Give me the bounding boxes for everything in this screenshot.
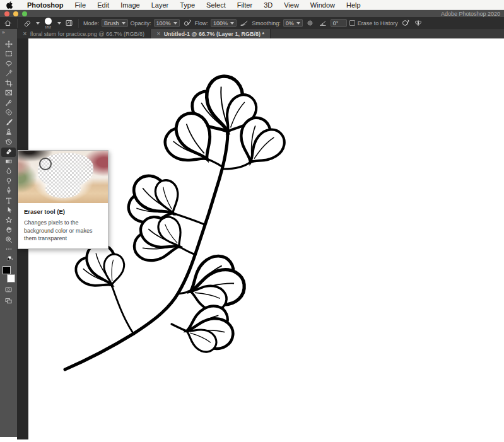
tools-panel bbox=[0, 38, 17, 437]
lasso-tool[interactable] bbox=[1, 59, 16, 69]
zoom-tool[interactable] bbox=[1, 235, 16, 245]
healing-brush-tool[interactable] bbox=[1, 108, 16, 119]
eraser-tool[interactable] bbox=[1, 148, 16, 158]
pressure-size-icon[interactable] bbox=[401, 18, 411, 28]
eraser-cursor-circle bbox=[39, 158, 52, 170]
menu-item-layer[interactable]: Layer bbox=[146, 1, 175, 9]
shape-tool[interactable] bbox=[1, 216, 16, 226]
document-tab-bar: » ✕floral stem for practice.png @ 66.7% … bbox=[0, 29, 504, 38]
brush-angle-icon bbox=[318, 18, 328, 28]
window-title-bar: Adobe Photoshop 2020 bbox=[0, 10, 504, 17]
hand-tool[interactable] bbox=[1, 226, 16, 236]
default-swap-colors[interactable] bbox=[1, 255, 16, 265]
pen-tool[interactable] bbox=[1, 187, 16, 197]
chevron-down-icon[interactable] bbox=[57, 22, 61, 25]
home-icon[interactable] bbox=[3, 18, 13, 28]
brush-tip-preview bbox=[45, 18, 52, 25]
tab-close-icon[interactable]: ✕ bbox=[156, 31, 161, 37]
clone-stamp-tool[interactable] bbox=[1, 128, 16, 138]
brush-settings-panel-icon[interactable] bbox=[64, 18, 74, 28]
mode-value: Brush bbox=[104, 20, 119, 26]
tooltip-preview-image bbox=[18, 151, 108, 203]
toolbar-collapse-control[interactable]: » bbox=[0, 29, 17, 38]
divider bbox=[17, 19, 18, 28]
document-tab-active[interactable]: ✕Untitled-1 @ 66.7% (Layer 1, RGB/8) * bbox=[151, 29, 271, 38]
type-tool[interactable] bbox=[1, 196, 16, 206]
pressure-opacity-icon[interactable] bbox=[182, 18, 192, 28]
paint-symmetry-icon[interactable] bbox=[413, 18, 423, 28]
eraser-tool-tooltip: Eraser tool (E) Changes pixels to the ba… bbox=[18, 150, 108, 249]
document-tab[interactable]: ✕floral stem for practice.png @ 66.7% (R… bbox=[17, 29, 151, 38]
menu-item-type[interactable]: Type bbox=[174, 1, 201, 9]
flow-dropdown[interactable]: 100% bbox=[211, 19, 237, 27]
smoothing-label: Smoothing: bbox=[252, 20, 281, 26]
menu-item-view[interactable]: View bbox=[278, 1, 305, 9]
blur-tool[interactable] bbox=[1, 167, 16, 177]
brush-size-value: 162 bbox=[45, 25, 51, 29]
menu-item-edit[interactable]: Edit bbox=[91, 1, 115, 9]
path-selection-tool[interactable] bbox=[1, 206, 16, 216]
background-color-swatch[interactable] bbox=[7, 274, 15, 282]
menu-item-photoshop[interactable]: Photoshop bbox=[21, 1, 69, 9]
tool-options-bar: 162 Mode: Brush Opacity: 100% Flow: 100%… bbox=[0, 17, 504, 29]
move-tool[interactable] bbox=[1, 40, 16, 50]
eraser-tool-preset-icon[interactable] bbox=[22, 18, 32, 28]
frame-tool[interactable] bbox=[1, 89, 16, 99]
tooltip-description: Changes pixels to the background color o… bbox=[24, 219, 102, 243]
chevron-down-icon bbox=[173, 22, 177, 25]
chevron-down-icon bbox=[230, 22, 234, 25]
minimize-window-button[interactable] bbox=[13, 11, 18, 16]
screen-mode-button[interactable] bbox=[1, 296, 16, 306]
tab-close-icon[interactable]: ✕ bbox=[23, 31, 27, 37]
menu-item-image[interactable]: Image bbox=[115, 1, 146, 9]
erase-to-history-label: Erase to History bbox=[358, 20, 398, 26]
flow-value: 100% bbox=[213, 20, 228, 26]
brush-preset-picker[interactable]: 162 bbox=[42, 18, 54, 29]
chevron-down-icon[interactable] bbox=[36, 22, 40, 25]
airbrush-icon[interactable] bbox=[239, 18, 249, 28]
ellipsis-icon bbox=[5, 244, 13, 255]
window-title: Adobe Photoshop 2020 bbox=[441, 11, 500, 17]
macos-menu-bar: PhotoshopFileEditImageLayerTypeSelectFil… bbox=[0, 0, 504, 10]
crop-tool[interactable] bbox=[1, 79, 16, 89]
workspace: Eraser tool (E) Changes pixels to the ba… bbox=[0, 38, 504, 442]
color-swatches bbox=[2, 266, 16, 282]
close-window-button[interactable] bbox=[4, 11, 9, 16]
apple-menu-icon[interactable] bbox=[6, 1, 13, 9]
brush-tool[interactable] bbox=[1, 118, 16, 128]
menu-item-filter[interactable]: Filter bbox=[231, 1, 258, 9]
transparency-checkerboard bbox=[45, 180, 81, 197]
smoothing-dropdown[interactable]: 0% bbox=[283, 19, 303, 27]
quick-mask-button[interactable] bbox=[1, 285, 16, 295]
mode-label: Mode: bbox=[83, 20, 99, 26]
erase-to-history-checkbox[interactable] bbox=[349, 20, 355, 26]
opacity-label: Opacity: bbox=[131, 20, 151, 26]
edit-toolbar[interactable] bbox=[1, 245, 16, 255]
menu-item-file[interactable]: File bbox=[69, 1, 91, 9]
dodge-tool[interactable] bbox=[1, 177, 16, 187]
double-chevron-icon: » bbox=[2, 30, 4, 35]
brush-angle-input[interactable]: 0° bbox=[331, 19, 347, 27]
eyedropper-tool[interactable] bbox=[1, 98, 16, 108]
tab-label: Untitled-1 @ 66.7% (Layer 1, RGB/8) * bbox=[164, 31, 264, 37]
tab-label: floral stem for practice.png @ 66.7% (RG… bbox=[30, 31, 144, 37]
object-selection-tool[interactable] bbox=[1, 69, 16, 79]
chevron-down-icon bbox=[122, 22, 126, 25]
gradient-tool[interactable] bbox=[1, 157, 16, 167]
menu-item-window[interactable]: Window bbox=[305, 1, 341, 9]
menu-item-select[interactable]: Select bbox=[201, 1, 231, 9]
mode-dropdown[interactable]: Brush bbox=[102, 19, 128, 27]
smoothing-options-gear-icon[interactable] bbox=[305, 18, 315, 28]
divider bbox=[78, 19, 79, 28]
menu-item-3d[interactable]: 3D bbox=[258, 1, 278, 9]
window-controls bbox=[4, 11, 27, 16]
menu-item-help[interactable]: Help bbox=[341, 1, 366, 9]
foreground-color-swatch[interactable] bbox=[3, 266, 11, 274]
zoom-window-button[interactable] bbox=[22, 11, 27, 16]
opacity-value: 100% bbox=[156, 20, 171, 26]
history-brush-tool[interactable] bbox=[1, 137, 16, 148]
opacity-dropdown[interactable]: 100% bbox=[154, 19, 180, 27]
smoothing-value: 0% bbox=[286, 20, 294, 26]
marquee-tool[interactable] bbox=[1, 50, 16, 60]
chevron-down-icon bbox=[296, 22, 300, 25]
